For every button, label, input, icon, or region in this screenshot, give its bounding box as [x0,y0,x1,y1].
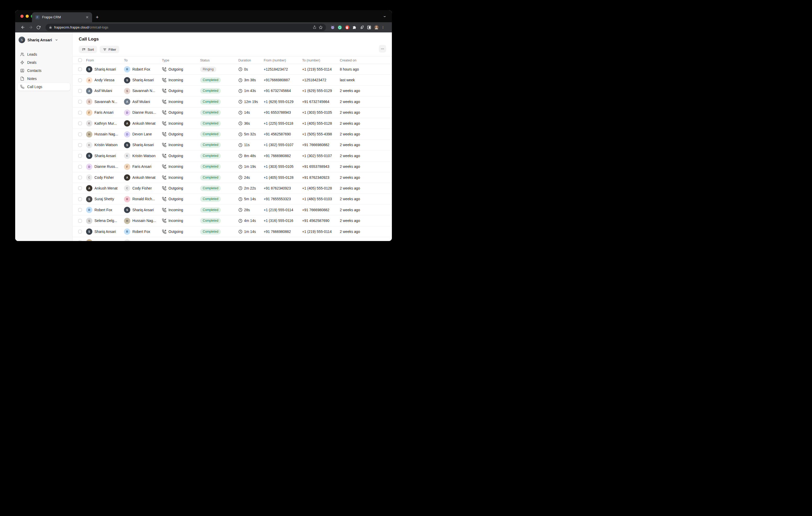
from-name: Savannah N... [94,100,117,104]
table-row[interactable]: AAnkush MenatCCody FisherOutgoingComplet… [73,183,392,194]
status-cell: Completed [200,186,238,191]
row-checkbox[interactable] [78,219,82,223]
table-row[interactable]: CCody FisherAAnkush MenatIncomingComplet… [73,172,392,183]
to-number: +12518423472 [302,78,340,82]
type-cell: Incoming [162,78,200,82]
github-extension-icon[interactable] [329,25,336,30]
row-checkbox[interactable] [78,143,82,147]
table-row[interactable]: SShariq AnsariRRobert FoxOutgoingComplet… [73,226,392,237]
table-row[interactable]: KKristin WatsonSShariq AnsariIncomingCom… [73,140,392,151]
row-checkbox[interactable] [78,89,82,93]
table-row[interactable]: SSavannah N...AAsif MulaniIncomingComple… [73,96,392,107]
bookmark-star-icon[interactable] [318,24,324,31]
avatar: A [86,77,92,83]
browser-tab[interactable]: F Frappe CRM ✕ [32,12,92,22]
table-row[interactable]: KKathryn Mur...AAnkush MenatIncomingComp… [73,118,392,129]
close-window-button[interactable] [21,14,24,18]
row-checkbox[interactable] [78,198,82,201]
side-panel-icon[interactable] [366,25,372,30]
minimize-window-button[interactable] [26,14,29,18]
column-header: Status [200,58,238,62]
to-number: +1 (405) 555-0128 [302,122,340,125]
clock-icon [238,132,242,136]
row-checkbox[interactable] [78,230,82,234]
extensions-puzzle-icon[interactable] [352,25,357,30]
row-checkbox[interactable] [78,176,82,179]
from-cell: KKristin Watson [86,142,124,148]
row-checkbox[interactable] [78,132,82,136]
duration-cell: 2m 22s [238,186,264,190]
table-row[interactable]: SSuraj ShettyRRonald Rich...OutgoingComp… [73,194,392,205]
sidebar-item-contacts[interactable]: Contacts [18,67,70,74]
status-badge: Completed [200,121,221,126]
table-row[interactable]: SSelena Delg...HHussain Nag...IncomingCo… [73,215,392,226]
outgoing-call-icon [162,197,166,201]
from-name: Robert Fox [94,208,112,212]
close-tab-icon[interactable]: ✕ [85,15,89,20]
select-all-checkbox[interactable] [78,58,82,62]
new-tab-button[interactable]: + [96,14,98,20]
from-number: +1 (405) 555-0128 [264,176,302,180]
browser-profile-avatar[interactable] [374,25,379,30]
share-icon[interactable] [311,24,318,31]
sidebar-item-leads[interactable]: Leads [18,51,70,58]
created-on: 2 weeks ago [340,143,392,147]
row-checkbox[interactable] [78,67,82,71]
to-name: Shariq Ansari [133,143,154,147]
type-cell: Outgoing [162,230,200,234]
filter-button[interactable]: Filter [100,46,119,53]
row-checkbox[interactable] [78,100,82,103]
back-button[interactable] [19,24,26,31]
user-name: Shariq Ansari [27,38,52,42]
sidebar-item-deals[interactable]: Deals [18,59,70,66]
status-cell: Completed [200,207,238,213]
reload-button[interactable] [35,24,42,31]
row-checkbox[interactable] [78,165,82,169]
status-cell: Completed [200,99,238,104]
row-checkbox[interactable] [78,154,82,158]
chevron-down-icon [55,38,58,41]
avatar: S [86,196,92,202]
clock-icon [238,230,242,234]
sidebar-item-call-logs[interactable]: Call Logs [18,83,70,91]
clock-icon [238,154,242,158]
url-text: frappecrm.frappe.cloud/crm/call-logs [54,25,311,29]
row-checkbox[interactable] [78,111,82,115]
row-checkbox[interactable] [78,79,82,82]
table-row[interactable]: FFaris AnsariDDianne Russ...OutgoingComp… [73,108,392,118]
table-row[interactable]: HHussain Nag...DDevon LaneOutgoingComple… [73,129,392,140]
user-menu[interactable]: S Shariq Ansari [18,37,70,43]
created-on: 2 weeks ago [340,165,392,169]
created-on: 2 weeks ago [340,219,392,223]
tab-search-chevron-icon[interactable]: ⌄ [383,14,387,18]
table-row[interactable]: DDianne Russ...FFaris AnsariIncomingComp… [73,161,392,172]
grammarly-extension-icon[interactable] [337,25,343,30]
table-row[interactable]: AAndy ViessaSShariq AnsariIncomingComple… [73,75,392,86]
tab-strip: F Frappe CRM ✕ + ⌄ [15,10,392,22]
user-avatar: S [19,37,25,43]
sort-button[interactable]: Sort [79,46,97,53]
address-bar[interactable]: frappecrm.frappe.cloud/crm/call-logs [46,24,326,31]
forward-button[interactable] [27,24,34,31]
duration: 0s [244,67,248,71]
browser-menu-icon[interactable]: ⋮ [381,25,385,30]
to-cell: KKristin Watson [124,153,162,159]
table-row[interactable]: RRobert FoxSShariq AnsariIncomingComplet… [73,205,392,215]
table-row[interactable]: SShariq AnsariKKristin WatsonOutgoingCom… [73,151,392,161]
row-checkbox[interactable] [78,122,82,125]
table-row[interactable]: SShariq AnsariRRobert FoxOutgoingRinging… [73,64,392,75]
to-name: Hussain Nag... [133,219,156,223]
table-row-partial[interactable] [73,237,392,241]
more-options-button[interactable] [379,45,386,53]
leaf-extension-icon[interactable] [359,25,365,30]
sidebar-item-notes[interactable]: Notes [18,75,70,83]
to-name: Faris Ansari [133,165,151,169]
row-checkbox[interactable] [78,208,82,212]
to-number: +91 7666980882 [302,208,340,212]
row-checkbox[interactable] [78,186,82,190]
status-cell: Completed [200,110,238,115]
adblock-extension-icon[interactable] [344,25,350,30]
to-name: Ronald Rich... [133,197,155,201]
row-checkbox[interactable] [78,241,82,241]
table-row[interactable]: AAsif MulaniSSavannah N...OutgoingComple… [73,86,392,96]
